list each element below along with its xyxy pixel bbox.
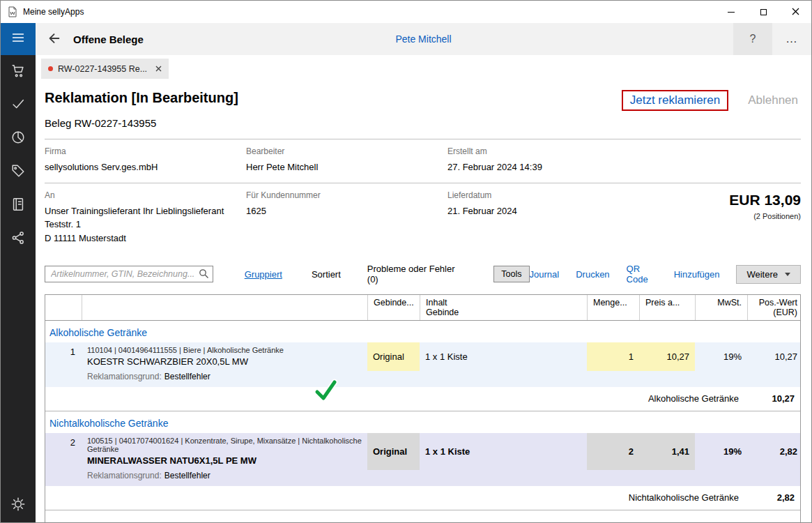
ablehnen-button[interactable]: Ablehnen	[748, 93, 801, 107]
tab-label: RW-0227-143955 Re...	[58, 64, 147, 74]
sidebar-item-tasks[interactable]	[1, 89, 36, 122]
journal-link[interactable]: Journal	[530, 269, 560, 280]
article-name: KOESTR SCHWARZBIER 20X0,5L MW	[87, 356, 362, 367]
preis-cell[interactable]: 10,27	[639, 342, 695, 371]
info-erstellt: Erstellt am 27. Februar 2024 14:39	[447, 146, 801, 174]
tools-button[interactable]: Tools	[493, 266, 529, 282]
maximize-icon	[760, 9, 767, 15]
group-header-nichtalkoholische[interactable]: Nichtalkoholische Getränke	[45, 411, 800, 433]
table-row[interactable]: 1 110104 | 04014964111555 | Biere | Alko…	[45, 342, 800, 371]
group-footer-name: Nichtalkoholische Getränke	[629, 492, 739, 503]
sidebar-item-pricing[interactable]	[1, 156, 36, 189]
search-wrap	[45, 266, 213, 282]
items-toolbar: Gruppiert Sortiert Probleme oder Fehler …	[45, 264, 801, 285]
sidebar-item-cart[interactable]	[1, 55, 36, 89]
sidebar	[1, 23, 36, 522]
sidebar-spacer	[1, 256, 36, 489]
inhalt-cell: 1 x 1 Kiste	[420, 342, 587, 371]
menge-cell[interactable]: 2	[587, 433, 639, 470]
app-window: Meine sellyApps	[0, 0, 812, 523]
an-value: Unser Trainingslieferant Ihr Lieblingsli…	[45, 204, 246, 245]
info-bearbeiter: Bearbeiter Herr Pete Mitchell	[246, 146, 447, 174]
weitere-button[interactable]: Weitere	[736, 265, 801, 284]
minimize-button[interactable]	[715, 1, 747, 23]
wert-cell: 2,82	[747, 433, 803, 470]
sidebar-item-journal[interactable]	[1, 189, 36, 222]
qr-code-link[interactable]: QR Code	[627, 264, 657, 285]
tag-icon	[10, 163, 26, 181]
share-icon	[10, 230, 26, 248]
chevron-down-icon	[785, 273, 790, 276]
preis-cell[interactable]: 1,41	[639, 433, 695, 470]
gruppiert-link[interactable]: Gruppiert	[245, 269, 282, 280]
maximize-button[interactable]	[747, 1, 779, 23]
group-footer-name: Alkoholische Getränke	[648, 393, 739, 404]
more-options-button[interactable]: …	[772, 23, 811, 55]
menge-cell[interactable]: 1	[587, 342, 639, 371]
group-footer-nichtalkoholische: Nichtalkoholische Getränke 2,82	[45, 486, 800, 510]
back-button[interactable]	[44, 29, 65, 50]
jetzt-reklamieren-button[interactable]: Jetzt reklamieren	[622, 90, 728, 111]
group-header-alkoholische[interactable]: Alkoholische Getränke	[45, 321, 800, 342]
document-title: Reklamation [In Bearbeitung]	[45, 90, 238, 106]
toolbar-right: Journal Drucken QR Code Hinzufügen Weite…	[530, 264, 801, 285]
info-kundennummer: Für Kundennummer 1625	[246, 190, 447, 245]
sidebar-item-share[interactable]	[1, 222, 36, 256]
document-actions: Jetzt reklamieren Ablehnen	[622, 90, 801, 111]
kundennummer-label: Für Kundennummer	[246, 190, 447, 200]
gear-icon	[10, 497, 26, 515]
inhalt-cell: 1 x 1 Kiste	[420, 433, 587, 470]
close-icon	[792, 7, 799, 17]
gebinde-cell[interactable]: Original	[367, 342, 420, 371]
sortiert-link[interactable]: Sortiert	[312, 269, 341, 280]
sidebar-item-settings[interactable]	[1, 489, 36, 522]
pie-chart-icon	[10, 130, 26, 148]
grund-label: Reklamationsgrund:	[87, 471, 162, 480]
reklamationsgrund-row: Reklamationsgrund:Bestellfehler	[45, 371, 800, 387]
hinzufuegen-link[interactable]: Hinzufügen	[674, 269, 720, 280]
help-button[interactable]: ?	[733, 23, 772, 55]
grund-value: Bestellfehler	[164, 372, 210, 381]
reklamationsgrund-row: Reklamationsgrund:Bestellfehler	[45, 470, 800, 486]
drucken-link[interactable]: Drucken	[576, 269, 609, 280]
main-content: Reklamation [In Bearbeitung] Jetzt rekla…	[36, 79, 811, 522]
grund-value: Bestellfehler	[164, 471, 210, 480]
header-gebinde[interactable]: Gebinde...	[367, 295, 420, 320]
lieferdatum-value: 21. Februar 2024	[447, 204, 729, 218]
header-preis[interactable]: Preis a...	[639, 295, 695, 320]
menu-icon	[11, 31, 25, 47]
row-description: 110104 | 04014964111555 | Biere | Alkoho…	[82, 342, 367, 371]
header-mwst[interactable]: MwSt.	[695, 295, 747, 320]
window-controls	[715, 1, 811, 23]
erstellt-value: 27. Februar 2024 14:39	[447, 160, 801, 174]
header-wert[interactable]: Pos.-Wert(EUR)	[747, 295, 803, 320]
minimize-icon	[728, 12, 735, 13]
row-number: 1	[45, 342, 82, 371]
table-row-selected[interactable]: 2 100515 | 04017074001624 | Konzentrate,…	[45, 433, 800, 470]
document-subtitle: Beleg RW-0227-143955	[45, 117, 801, 129]
window-title: Meine sellyApps	[23, 7, 84, 17]
search-icon	[199, 268, 209, 281]
tab-close-icon[interactable]	[155, 66, 162, 72]
bearbeiter-value: Herr Pete Mitchell	[246, 160, 447, 174]
sidebar-item-statistics[interactable]	[1, 122, 36, 156]
sidebar-item-menu[interactable]	[1, 23, 36, 55]
journal-icon	[10, 197, 26, 215]
weitere-label: Weitere	[746, 269, 778, 280]
search-input[interactable]	[45, 266, 213, 282]
probleme-link[interactable]: Probleme oder Fehler (0)	[367, 264, 466, 285]
header-inhalt[interactable]: InhaltGebinde	[420, 295, 587, 320]
article-meta: 110104 | 04014964111555 | Biere | Alkoho…	[87, 346, 362, 354]
grund-label: Reklamationsgrund:	[87, 372, 162, 381]
bearbeiter-label: Bearbeiter	[246, 146, 447, 156]
gebinde-cell[interactable]: Original	[367, 433, 420, 470]
title-bar: Meine sellyApps	[1, 1, 811, 23]
mwst-cell: 19%	[695, 433, 747, 470]
user-name[interactable]: Pete Mitchell	[395, 33, 451, 45]
header-menge[interactable]: Menge...	[587, 295, 639, 320]
tab-document[interactable]: RW-0227-143955 Re...	[41, 59, 169, 79]
close-button[interactable]	[779, 1, 811, 23]
info-row-1: Firma sellysolutions Serv.ges.mbH Bearbe…	[45, 139, 801, 183]
items-table: Gebinde... InhaltGebinde Menge... Preis …	[45, 294, 801, 523]
firma-label: Firma	[45, 146, 246, 156]
